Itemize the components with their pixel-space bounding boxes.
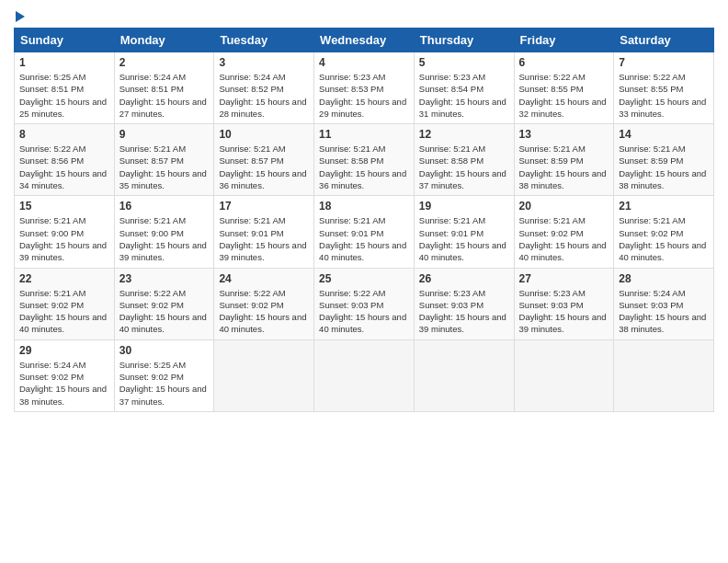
day-info: Sunrise: 5:21 AMSunset: 9:00 PMDaylight:…	[19, 214, 109, 263]
day-info: Sunrise: 5:21 AMSunset: 8:57 PMDaylight:…	[219, 143, 309, 191]
calendar-cell	[214, 339, 314, 411]
day-number: 24	[219, 272, 309, 285]
calendar-cell: 9Sunrise: 5:21 AMSunset: 8:57 PMDaylight…	[114, 124, 214, 196]
calendar-cell: 23Sunrise: 5:22 AMSunset: 9:02 PMDayligh…	[114, 268, 214, 339]
calendar-cell: 22Sunrise: 5:21 AMSunset: 9:02 PMDayligh…	[15, 268, 115, 339]
daylight-text: Daylight: 15 hours and 40 minutes.	[619, 240, 706, 262]
calendar-cell: 27Sunrise: 5:23 AMSunset: 9:03 PMDayligh…	[514, 268, 614, 339]
daylight-text: Daylight: 15 hours and 40 minutes.	[519, 240, 607, 262]
calendar-header-friday: Friday	[514, 29, 614, 52]
calendar-cell: 6Sunrise: 5:22 AMSunset: 8:55 PMDaylight…	[514, 52, 614, 124]
day-info: Sunrise: 5:21 AMSunset: 9:02 PMDaylight:…	[619, 214, 709, 263]
sunrise-text: Sunrise: 5:21 AM	[419, 144, 485, 154]
sunrise-text: Sunrise: 5:21 AM	[619, 215, 685, 225]
sunrise-text: Sunrise: 5:21 AM	[119, 144, 186, 154]
calendar-cell: 30Sunrise: 5:25 AMSunset: 9:02 PMDayligh…	[114, 339, 214, 411]
day-info: Sunrise: 5:22 AMSunset: 8:55 PMDaylight:…	[519, 71, 609, 120]
sunrise-text: Sunrise: 5:22 AM	[219, 288, 285, 298]
sunset-text: Sunset: 8:54 PM	[419, 84, 483, 94]
day-info: Sunrise: 5:21 AMSunset: 8:59 PMDaylight:…	[619, 143, 709, 191]
day-number: 21	[619, 200, 709, 213]
calendar-cell: 13Sunrise: 5:21 AMSunset: 8:59 PMDayligh…	[514, 124, 614, 196]
logo-arrow-icon	[16, 11, 25, 22]
daylight-text: Daylight: 15 hours and 36 minutes.	[319, 168, 406, 190]
day-number: 2	[119, 56, 210, 69]
day-number: 4	[319, 56, 409, 69]
daylight-text: Daylight: 15 hours and 40 minutes.	[319, 312, 406, 334]
day-info: Sunrise: 5:21 AMSunset: 8:58 PMDaylight:…	[419, 143, 509, 191]
sunset-text: Sunset: 9:02 PM	[119, 372, 184, 382]
day-info: Sunrise: 5:21 AMSunset: 8:59 PMDaylight:…	[519, 143, 609, 191]
day-number: 16	[119, 200, 210, 213]
calendar-cell: 1Sunrise: 5:25 AMSunset: 8:51 PMDaylight…	[15, 52, 115, 124]
day-info: Sunrise: 5:21 AMSunset: 9:01 PMDaylight:…	[219, 214, 309, 263]
sunrise-text: Sunrise: 5:21 AM	[519, 144, 586, 154]
header	[14, 9, 714, 22]
sunset-text: Sunset: 9:02 PM	[19, 300, 84, 310]
daylight-text: Daylight: 15 hours and 34 minutes.	[19, 168, 107, 190]
day-info: Sunrise: 5:21 AMSunset: 9:01 PMDaylight:…	[319, 214, 409, 263]
day-info: Sunrise: 5:22 AMSunset: 8:56 PMDaylight:…	[19, 143, 109, 191]
calendar-cell: 4Sunrise: 5:23 AMSunset: 8:53 PMDaylight…	[314, 52, 415, 124]
day-info: Sunrise: 5:21 AMSunset: 9:02 PMDaylight:…	[19, 287, 109, 336]
sunrise-text: Sunrise: 5:25 AM	[119, 360, 186, 370]
day-number: 20	[519, 200, 609, 213]
daylight-text: Daylight: 15 hours and 25 minutes.	[19, 97, 107, 119]
daylight-text: Daylight: 15 hours and 38 minutes.	[619, 312, 706, 334]
day-number: 22	[19, 272, 109, 285]
day-info: Sunrise: 5:24 AMSunset: 9:02 PMDaylight:…	[19, 359, 109, 408]
calendar-cell: 8Sunrise: 5:22 AMSunset: 8:56 PMDaylight…	[15, 124, 115, 196]
calendar-cell: 25Sunrise: 5:22 AMSunset: 9:03 PMDayligh…	[314, 268, 415, 339]
calendar-cell: 15Sunrise: 5:21 AMSunset: 9:00 PMDayligh…	[15, 196, 115, 268]
sunrise-text: Sunrise: 5:23 AM	[319, 72, 385, 82]
day-number: 3	[219, 56, 309, 69]
daylight-text: Daylight: 15 hours and 38 minutes.	[19, 384, 107, 406]
day-number: 8	[19, 128, 109, 141]
calendar-cell	[614, 339, 714, 411]
day-info: Sunrise: 5:21 AMSunset: 9:00 PMDaylight:…	[119, 214, 210, 263]
daylight-text: Daylight: 15 hours and 40 minutes.	[119, 312, 207, 334]
sunset-text: Sunset: 8:57 PM	[219, 155, 283, 166]
logo	[14, 9, 25, 22]
sunset-text: Sunset: 9:02 PM	[19, 372, 84, 382]
calendar-week-row: 15Sunrise: 5:21 AMSunset: 9:00 PMDayligh…	[15, 196, 714, 268]
sunset-text: Sunset: 9:00 PM	[119, 228, 184, 238]
day-number: 10	[219, 128, 309, 141]
day-number: 23	[119, 272, 210, 285]
daylight-text: Daylight: 15 hours and 37 minutes.	[119, 384, 207, 406]
calendar-cell: 17Sunrise: 5:21 AMSunset: 9:01 PMDayligh…	[214, 196, 314, 268]
calendar-cell: 18Sunrise: 5:21 AMSunset: 9:01 PMDayligh…	[314, 196, 415, 268]
sunset-text: Sunset: 9:02 PM	[219, 300, 283, 310]
calendar-cell: 7Sunrise: 5:22 AMSunset: 8:55 PMDaylight…	[614, 52, 714, 124]
calendar-cell: 19Sunrise: 5:21 AMSunset: 9:01 PMDayligh…	[414, 196, 514, 268]
sunrise-text: Sunrise: 5:22 AM	[319, 288, 385, 298]
calendar-week-row: 29Sunrise: 5:24 AMSunset: 9:02 PMDayligh…	[15, 339, 714, 411]
daylight-text: Daylight: 15 hours and 29 minutes.	[319, 97, 406, 119]
sunset-text: Sunset: 9:01 PM	[219, 228, 283, 238]
day-info: Sunrise: 5:22 AMSunset: 8:55 PMDaylight:…	[619, 71, 709, 120]
day-info: Sunrise: 5:22 AMSunset: 9:02 PMDaylight:…	[219, 287, 309, 336]
day-number: 13	[519, 128, 609, 141]
calendar-cell: 29Sunrise: 5:24 AMSunset: 9:02 PMDayligh…	[15, 339, 115, 411]
day-info: Sunrise: 5:23 AMSunset: 9:03 PMDaylight:…	[519, 287, 609, 336]
sunrise-text: Sunrise: 5:21 AM	[219, 215, 285, 225]
calendar-header-tuesday: Tuesday	[214, 29, 314, 52]
day-info: Sunrise: 5:24 AMSunset: 8:51 PMDaylight:…	[119, 71, 210, 120]
sunset-text: Sunset: 8:51 PM	[19, 84, 84, 94]
sunset-text: Sunset: 9:03 PM	[619, 300, 683, 310]
day-number: 29	[19, 344, 109, 357]
day-info: Sunrise: 5:23 AMSunset: 8:54 PMDaylight:…	[419, 71, 509, 120]
day-number: 1	[19, 56, 109, 69]
sunset-text: Sunset: 9:03 PM	[319, 300, 383, 310]
sunrise-text: Sunrise: 5:24 AM	[619, 288, 685, 298]
sunset-text: Sunset: 9:03 PM	[519, 300, 584, 310]
day-info: Sunrise: 5:24 AMSunset: 9:03 PMDaylight:…	[619, 287, 709, 336]
sunrise-text: Sunrise: 5:21 AM	[119, 215, 186, 225]
sunrise-text: Sunrise: 5:21 AM	[219, 144, 285, 154]
day-number: 14	[619, 128, 709, 141]
day-info: Sunrise: 5:21 AMSunset: 8:58 PMDaylight:…	[319, 143, 409, 191]
calendar-cell: 26Sunrise: 5:23 AMSunset: 9:03 PMDayligh…	[414, 268, 514, 339]
day-number: 5	[419, 56, 509, 69]
sunset-text: Sunset: 8:52 PM	[219, 84, 283, 94]
calendar-cell: 20Sunrise: 5:21 AMSunset: 9:02 PMDayligh…	[514, 196, 614, 268]
